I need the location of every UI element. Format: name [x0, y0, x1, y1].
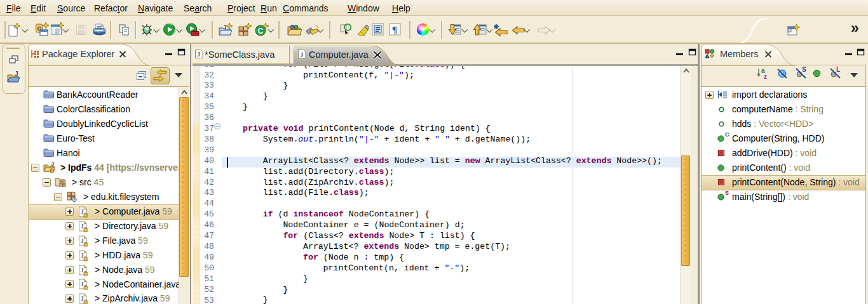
svg-text:J: J	[51, 162, 54, 167]
svg-text:J: J	[300, 51, 303, 58]
svg-text:J: J	[81, 208, 84, 215]
svg-text:J: J	[81, 237, 84, 244]
svg-text:C: C	[258, 27, 264, 36]
svg-text:J: J	[223, 24, 226, 30]
svg-text:J: J	[15, 71, 18, 77]
svg-text:z: z	[764, 73, 767, 80]
svg-text:¶: ¶	[392, 25, 397, 35]
svg-text:J: J	[81, 223, 84, 230]
svg-text:J: J	[81, 295, 84, 302]
svg-text:S: S	[802, 66, 806, 73]
svg-text:J: J	[81, 252, 84, 259]
svg-text:J: J	[81, 267, 84, 274]
svg-text:L: L	[836, 66, 840, 73]
svg-text:J: J	[197, 51, 200, 58]
svg-text:J: J	[81, 281, 84, 287]
